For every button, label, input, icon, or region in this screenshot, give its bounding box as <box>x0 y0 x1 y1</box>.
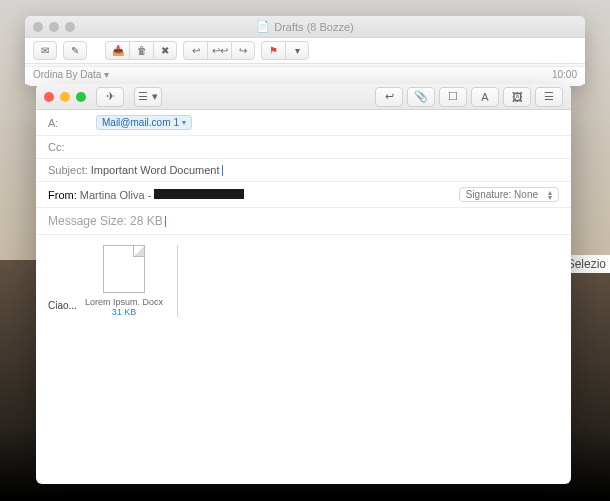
reply-button[interactable]: ↩ <box>183 41 207 60</box>
format-icon: ☐ <box>448 90 458 103</box>
compose-button[interactable]: ✎ <box>63 41 87 60</box>
reply-type-button[interactable]: ↩ <box>375 87 403 107</box>
from-label: From: <box>48 189 77 201</box>
compose-window: ✈ ☰ ▾ ↩ 📎 ☐ A 🖼 ☰ A: Mail@mail.com 1 ▾ C… <box>36 84 571 484</box>
main-toolbar: ✉ ✎ 📥 🗑 ✖ ↩ ↩↩ ↪ ⚑ ▾ <box>25 38 585 64</box>
photo-icon: 🖼 <box>512 91 523 103</box>
list-icon: ☰ <box>544 90 554 103</box>
attachment-name: Lorem Ipsum. Docx <box>85 297 163 307</box>
forward-button[interactable]: ↪ <box>231 41 255 60</box>
attachment-size: 31 KB <box>85 307 163 317</box>
archive-button[interactable]: 📥 <box>105 41 129 60</box>
recipient-pill[interactable]: Mail@mail.com 1 ▾ <box>96 115 192 130</box>
format-button[interactable]: ☐ <box>439 87 467 107</box>
markup-button[interactable]: ☰ <box>535 87 563 107</box>
reply-all-button[interactable]: ↩↩ <box>207 41 231 60</box>
zoom-icon[interactable] <box>76 92 86 102</box>
to-field[interactable]: A: Mail@mail.com 1 ▾ <box>36 110 571 136</box>
attachment[interactable]: Lorem Ipsum. Docx 31 KB <box>85 245 163 317</box>
close-icon[interactable] <box>33 22 43 32</box>
compose-titlebar: ✈ ☰ ▾ ↩ 📎 ☐ A 🖼 ☰ <box>36 84 571 110</box>
cc-label: Cc: <box>48 141 96 153</box>
attach-button[interactable]: 📎 <box>407 87 435 107</box>
delete-button[interactable]: 🗑 <box>129 41 153 60</box>
message-body[interactable]: Ciao... Lorem Ipsum. Docx 31 KB <box>36 235 571 327</box>
subject-label: Subject: <box>48 164 88 176</box>
minimize-icon[interactable] <box>49 22 59 32</box>
chevron-down-icon: ▾ <box>104 69 109 80</box>
to-label: A: <box>48 117 96 129</box>
close-icon[interactable] <box>44 92 54 102</box>
text-cursor <box>165 216 166 227</box>
header-fields-button[interactable]: ☰ ▾ <box>134 87 162 107</box>
updown-icon: ▴▾ <box>548 190 552 200</box>
zoom-icon[interactable] <box>65 22 75 32</box>
separator <box>177 245 178 317</box>
cc-field[interactable]: Cc: <box>36 136 571 159</box>
from-name: Martina Oliva - <box>80 189 152 201</box>
from-redacted <box>154 189 244 199</box>
body-text: Ciao... <box>48 300 77 311</box>
sort-bar: Ordina By Data ▾ 10:00 <box>25 66 585 84</box>
paperclip-icon: 📎 <box>414 90 428 103</box>
sort-button[interactable]: Ordina By Data ▾ <box>33 69 109 82</box>
reply-icon: ↩ <box>385 90 394 103</box>
document-icon <box>103 245 145 293</box>
send-button[interactable]: ✈ <box>96 87 124 107</box>
signature-select[interactable]: Signature: None ▴▾ <box>459 187 559 202</box>
minimize-icon[interactable] <box>60 92 70 102</box>
from-field: From: Martina Oliva - Signature: None ▴▾ <box>36 182 571 208</box>
folder-icon: 📄 <box>256 20 270 33</box>
sort-time: 10:00 <box>552 69 577 82</box>
subject-value: Important Word Document <box>91 164 220 176</box>
junk-button[interactable]: ✖ <box>153 41 177 60</box>
font-icon: A <box>481 91 488 103</box>
font-button[interactable]: A <box>471 87 499 107</box>
message-size: Message Size: 28 KB <box>36 208 571 235</box>
chevron-down-icon: ▾ <box>182 118 186 127</box>
paper-plane-icon: ✈ <box>106 90 115 103</box>
main-titlebar: 📄 Drafts (8 Bozze) <box>25 16 585 38</box>
text-cursor <box>222 165 223 176</box>
photo-button[interactable]: 🖼 <box>503 87 531 107</box>
window-title: Drafts (8 Bozze) <box>274 21 353 33</box>
flag-menu-button[interactable]: ▾ <box>285 41 309 60</box>
flag-button[interactable]: ⚑ <box>261 41 285 60</box>
get-mail-button[interactable]: ✉ <box>33 41 57 60</box>
subject-field[interactable]: Subject: Important Word Document <box>36 159 571 182</box>
